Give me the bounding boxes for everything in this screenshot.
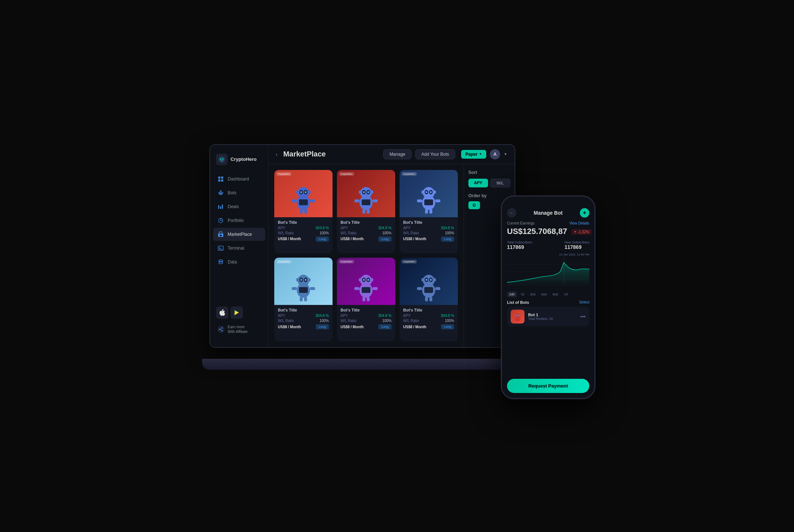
chevron-down-icon: ▼ [504, 152, 507, 156]
svg-line-26 [220, 328, 221, 329]
svg-rect-40 [310, 199, 315, 202]
svg-point-87 [367, 279, 369, 281]
manage-button[interactable]: Manage [383, 149, 411, 159]
affiliate-line2: With Affiliate [228, 329, 248, 334]
app-badges [213, 306, 265, 319]
long-badge: Long [441, 237, 454, 242]
phone-body: Current Earnings View Details US$125.706… [502, 221, 594, 375]
bot-card-3[interactable]: CryptoHero [274, 258, 333, 341]
order-by-button[interactable]: D [468, 201, 480, 209]
sidebar-item-bots[interactable]: Bots [213, 186, 265, 199]
bot-card-1[interactable]: CryptoHero [337, 170, 395, 254]
bot-card-5[interactable]: CryptoHero [400, 258, 458, 341]
phone-footer: Request Payment [502, 375, 594, 398]
svg-point-68 [298, 275, 309, 286]
bot-card-title: Bot's Title [278, 220, 329, 225]
svg-rect-39 [292, 199, 297, 202]
svg-line-27 [220, 329, 221, 330]
bots-icon [217, 190, 224, 196]
sidebar-item-marketplace[interactable]: MarketPlace [213, 228, 265, 241]
bot-card-0[interactable]: CryptoHero [274, 170, 333, 254]
svg-rect-103 [429, 297, 432, 301]
time-filter-60d[interactable]: 60d [539, 291, 549, 297]
svg-rect-50 [362, 209, 365, 214]
bot-menu-icon[interactable]: ••• [580, 314, 586, 319]
svg-rect-64 [429, 209, 432, 214]
dropdown-icon: ▼ [479, 152, 482, 156]
user-avatar[interactable]: A [490, 149, 500, 159]
svg-point-31 [308, 190, 311, 194]
chart-date-label: 12 Jan 2022, 11:40 PM [507, 253, 589, 256]
long-badge: Long [378, 237, 392, 242]
google-badge[interactable] [231, 306, 243, 319]
share-icon [217, 326, 225, 333]
svg-point-73 [300, 279, 302, 281]
bot-card-2[interactable]: CryptoHero [400, 170, 458, 254]
header-right: Paper ▼ A ▼ [461, 149, 507, 159]
scene: CryptoHero [198, 133, 596, 399]
phone-add-button[interactable]: + [580, 208, 589, 218]
time-filter-24h[interactable]: 24h [507, 291, 517, 297]
svg-rect-104 [417, 287, 422, 290]
select-button[interactable]: Select [579, 300, 589, 304]
phone: ← Manage Bot + Current Earnings View Det… [501, 195, 596, 399]
sort-wl-button[interactable]: W/L [490, 179, 511, 187]
sidebar-item-bots-label: Bots [228, 190, 236, 195]
svg-rect-38 [304, 209, 307, 214]
apple-badge[interactable] [216, 306, 228, 319]
svg-point-29 [298, 187, 309, 199]
sidebar-item-dashboard[interactable]: Dashboard [213, 172, 265, 186]
paper-button[interactable]: Paper ▼ [461, 150, 486, 159]
bot-list-item[interactable]: Bot 1 Total Renters: 28 ••• [507, 307, 589, 326]
svg-rect-14 [220, 206, 221, 209]
svg-point-57 [433, 190, 436, 194]
svg-rect-62 [424, 199, 433, 205]
svg-point-21 [219, 260, 223, 261]
sidebar-navigation: Dashboard [210, 172, 268, 302]
svg-point-23 [222, 327, 223, 328]
add-bots-button[interactable]: Add Your Bots [415, 149, 455, 159]
svg-rect-92 [373, 287, 378, 290]
phone-notch [534, 196, 563, 205]
svg-point-35 [305, 191, 307, 193]
page-title: MarketPlace [283, 150, 378, 158]
terminal-icon [217, 245, 224, 251]
total-subs-label: Total Subscribers [507, 241, 532, 244]
svg-rect-89 [362, 297, 365, 301]
affiliate-button[interactable]: Earn more With Affiliate [213, 322, 265, 337]
svg-point-112 [516, 315, 517, 316]
bot-grid: CryptoHero [268, 164, 464, 347]
svg-rect-51 [367, 209, 370, 214]
affiliate-line1: Earn more [228, 325, 248, 329]
svg-point-70 [308, 278, 311, 282]
earnings-change-badge: ▼ -1,32% [571, 229, 591, 235]
sort-apy-button[interactable]: APY [468, 179, 488, 187]
long-badge: Long [316, 237, 329, 242]
bot-card-title: Bot's Title [403, 220, 454, 225]
view-details-link[interactable]: View Details [569, 221, 589, 225]
request-payment-button[interactable]: Request Payment [507, 379, 589, 393]
svg-rect-19 [218, 246, 223, 250]
current-earnings-label: Current Earnings [507, 221, 535, 225]
phone-back-button[interactable]: ← [507, 208, 516, 218]
svg-rect-10 [220, 190, 221, 191]
sidebar-item-data[interactable]: Data [213, 255, 265, 269]
time-filter-90d[interactable]: 90d [550, 291, 560, 297]
svg-point-114 [515, 318, 520, 321]
sidebar: CryptoHero [210, 145, 268, 347]
time-filter-30d[interactable]: 30d [528, 291, 538, 297]
svg-point-47 [363, 191, 365, 193]
svg-rect-13 [218, 205, 219, 209]
cryptohero-badge: CryptoHero [339, 260, 354, 263]
time-filter-all[interactable]: All [562, 291, 570, 297]
svg-point-56 [421, 190, 424, 194]
time-filter-7d[interactable]: 7d [518, 291, 526, 297]
phone-screen: ← Manage Bot + Current Earnings View Det… [502, 196, 594, 398]
svg-point-24 [222, 330, 223, 331]
sidebar-item-terminal[interactable]: Terminal [213, 242, 265, 255]
sidebar-item-portfolio[interactable]: Portfolio [213, 214, 265, 227]
bot-card-4[interactable]: CryptoHero [337, 258, 395, 341]
sidebar-item-deals[interactable]: Deals [213, 200, 265, 213]
back-button[interactable]: ‹ [276, 151, 278, 157]
total-subscribers: Total Subscribers 117869 [507, 241, 532, 250]
